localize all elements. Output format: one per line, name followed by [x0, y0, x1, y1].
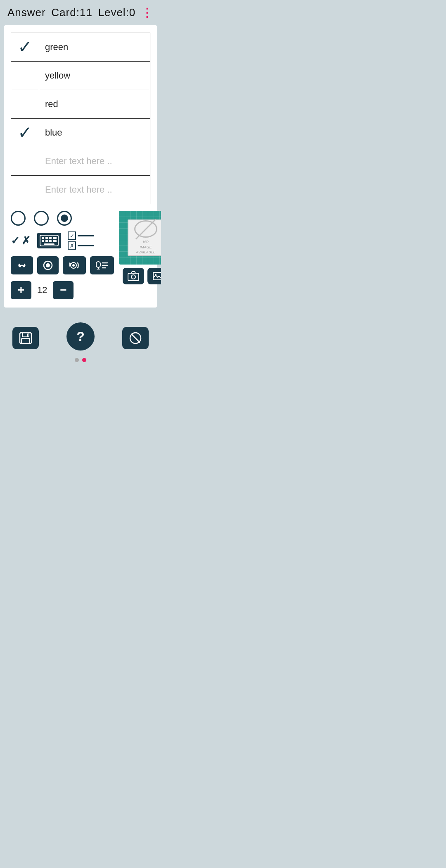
- svg-point-11: [46, 263, 50, 267]
- check-row-3[interactable]: red: [11, 90, 150, 118]
- radio-option-1[interactable]: [11, 211, 26, 226]
- font-size-value: 12: [37, 285, 47, 296]
- svg-rect-9: [44, 243, 55, 245]
- help-button[interactable]: ?: [66, 322, 95, 351]
- svg-rect-4: [53, 237, 57, 239]
- cl-x-box: ✗: [68, 241, 76, 250]
- card-bottom: ✓ ✗: [11, 211, 150, 299]
- record-button[interactable]: [37, 256, 59, 274]
- check-row-2[interactable]: yellow: [11, 61, 150, 90]
- checkbox-6[interactable]: [11, 176, 39, 204]
- svg-point-21: [155, 274, 157, 276]
- svg-line-27: [131, 334, 140, 342]
- icon-row: ✓ ✗: [11, 231, 114, 250]
- mic-text-icon: [96, 260, 108, 270]
- svg-rect-3: [49, 237, 52, 239]
- x-icon: ✗: [21, 234, 31, 247]
- save-icon: [19, 332, 32, 344]
- link-button[interactable]: [11, 256, 33, 274]
- mic-text-button[interactable]: [90, 256, 114, 274]
- bottom-nav: ?: [0, 316, 161, 358]
- help-icon: ?: [76, 329, 85, 344]
- item-label-3: red: [39, 95, 64, 114]
- left-controls: ✓ ✗: [11, 211, 114, 299]
- action-row: [11, 256, 114, 274]
- check-row-5[interactable]: Enter text here ..: [11, 147, 150, 175]
- block-button[interactable]: [122, 327, 149, 349]
- svg-rect-2: [45, 237, 48, 239]
- no-image-box: NoImageAvailable: [128, 219, 161, 256]
- minus-icon: −: [60, 284, 66, 297]
- checkmark-1: ✓: [18, 38, 32, 56]
- link-icon: [17, 262, 27, 269]
- card-label: Card:11: [51, 6, 93, 19]
- keyboard-button[interactable]: [37, 233, 61, 248]
- cl-checked-box: ✓: [68, 231, 76, 240]
- svg-rect-24: [21, 339, 30, 343]
- checklist-type-icon[interactable]: ✓ ✗: [68, 231, 94, 250]
- checkbox-4[interactable]: ✓: [11, 119, 39, 147]
- check-icon: ✓: [11, 234, 20, 247]
- audio-button[interactable]: [63, 256, 86, 274]
- checkmark-4: ✓: [18, 124, 32, 141]
- checkbox-2[interactable]: [11, 62, 39, 90]
- svg-rect-1: [42, 237, 44, 239]
- image-buttons: [123, 268, 161, 284]
- svg-rect-8: [53, 240, 57, 242]
- increase-font-button[interactable]: +: [11, 281, 31, 299]
- keyboard-icon-svg: [40, 235, 59, 246]
- image-placeholder: NoImageAvailable: [119, 211, 161, 265]
- svg-rect-14: [96, 262, 100, 267]
- check-row-6[interactable]: Enter text here ..: [11, 175, 150, 204]
- answer-label: Answer: [7, 6, 46, 19]
- radio-row: [11, 211, 114, 226]
- page-dots: [0, 358, 161, 365]
- item-label-4: blue: [39, 123, 68, 142]
- item-placeholder-5: Enter text here ..: [39, 152, 118, 171]
- cl-row-2: ✗: [68, 241, 94, 250]
- svg-rect-7: [49, 240, 52, 242]
- checkbox-5[interactable]: [11, 147, 39, 175]
- cl-line-2: [78, 245, 94, 246]
- plus-icon: +: [18, 284, 24, 297]
- no-image-text: NoImageAvailable: [136, 239, 156, 255]
- svg-rect-5: [42, 240, 44, 242]
- main-card: ✓ green yellow red ✓ blue Enter text her…: [4, 25, 157, 308]
- dot-1: [75, 358, 79, 362]
- gallery-button[interactable]: [147, 268, 161, 284]
- check-row-1[interactable]: ✓ green: [11, 33, 150, 61]
- item-label-1: green: [39, 38, 74, 57]
- camera-button[interactable]: [123, 268, 144, 284]
- checkbox-1[interactable]: ✓: [11, 33, 39, 61]
- dot-2: [82, 358, 86, 362]
- speaker-icon: [69, 260, 80, 270]
- gallery-icon: [152, 271, 161, 281]
- cl-row-1: ✓: [68, 231, 94, 240]
- cl-line-1: [78, 235, 94, 236]
- svg-point-13: [72, 264, 75, 267]
- header: Answer Card:11 Level:0 ⋮: [0, 0, 161, 25]
- svg-rect-6: [45, 240, 48, 242]
- checklist: ✓ green yellow red ✓ blue Enter text her…: [11, 33, 150, 204]
- item-label-2: yellow: [39, 66, 76, 85]
- font-size-row: + 12 −: [11, 281, 114, 299]
- checkbox-3[interactable]: [11, 90, 39, 118]
- right-image-area: NoImageAvailable: [119, 211, 161, 284]
- check-row-4[interactable]: ✓ blue: [11, 118, 150, 147]
- more-icon[interactable]: ⋮: [141, 6, 154, 19]
- spacer: [0, 308, 161, 316]
- svg-point-19: [131, 275, 135, 279]
- radio-option-2[interactable]: [34, 211, 49, 226]
- check-x-toggle[interactable]: ✓ ✗: [11, 234, 31, 247]
- save-button[interactable]: [12, 327, 39, 349]
- level-label: Level:0: [98, 6, 135, 19]
- no-image-circle: [134, 220, 157, 238]
- camera-icon: [128, 271, 139, 281]
- svg-rect-18: [128, 273, 139, 281]
- item-placeholder-6: Enter text here ..: [39, 180, 118, 199]
- record-icon: [43, 260, 53, 270]
- radio-option-3[interactable]: [57, 211, 72, 226]
- decrease-font-button[interactable]: −: [53, 281, 74, 299]
- block-icon: [129, 331, 142, 345]
